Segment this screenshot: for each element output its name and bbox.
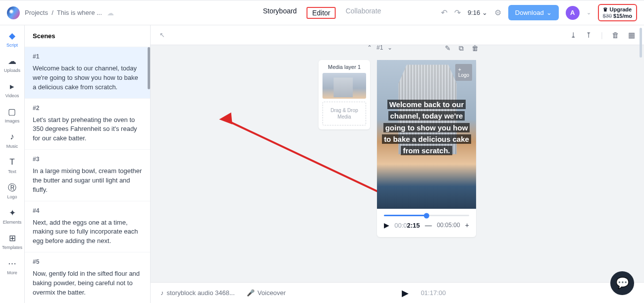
- text-icon: T: [7, 157, 18, 168]
- time-minus-icon[interactable]: —: [425, 221, 432, 229]
- upload-scene-icon[interactable]: ⤒: [586, 31, 592, 40]
- preview-controls: ▶ 00:02:15 — 00:05:00 +: [377, 209, 476, 237]
- rail-uploads[interactable]: ☁Uploads: [4, 56, 20, 73]
- media-layer-title: Media layer 1: [322, 64, 366, 70]
- scene-item-1[interactable]: #1Welcome back to our channel, today we'…: [25, 47, 150, 99]
- elements-icon: ✦: [7, 207, 18, 218]
- video-icon: ▸: [6, 81, 17, 92]
- tab-storyboard[interactable]: Storyboard: [263, 7, 297, 19]
- avatar[interactable]: A: [566, 6, 580, 20]
- rail-script[interactable]: ◆Script: [6, 30, 18, 48]
- diamond-icon: ◆: [6, 30, 17, 41]
- rail-text[interactable]: TText: [7, 157, 18, 174]
- stage-actions: ✎ ⧉ 🗑: [445, 44, 479, 53]
- current-time: 00:02:15: [394, 222, 420, 229]
- view-tabs: Storyboard Editor Collaborate: [263, 7, 381, 19]
- preview-stage: ⌃ #1 ⌄ ✎ ⧉ 🗑 + Logo Welcome back to our …: [377, 60, 476, 237]
- canvas-toolbar: ↖ ⤓ ⤒ | 🗑 ▦: [151, 25, 644, 45]
- scene-item-2[interactable]: #2Let's start by preheating the oven to …: [25, 99, 150, 150]
- cursor-icon[interactable]: ↖: [160, 31, 165, 39]
- templates-icon: ⊞: [7, 233, 18, 243]
- settings-icon[interactable]: ⚙: [494, 8, 501, 17]
- left-rail: ◆Script ☁Uploads ▸Videos ▢Images ♪Music …: [0, 25, 25, 303]
- rail-videos[interactable]: ▸Videos: [5, 81, 19, 98]
- seek-slider[interactable]: [384, 215, 469, 216]
- more-icon: ⋯: [7, 258, 18, 269]
- download-button[interactable]: Download ⌄: [508, 5, 559, 20]
- canvas-area: ↖ ⤓ ⤒ | 🗑 ▦ Media layer 1 Drag & Drop Me…: [151, 25, 644, 303]
- scene-item-4[interactable]: #4Next, add the eggs one at a time, maki…: [25, 201, 150, 253]
- breadcrumb-current[interactable]: This is where ...: [57, 9, 102, 16]
- rail-music[interactable]: ♪Music: [6, 131, 18, 149]
- undo-icon[interactable]: ↶: [441, 8, 447, 17]
- tab-collaborate[interactable]: Collaborate: [346, 7, 381, 19]
- delete-icon[interactable]: 🗑: [612, 31, 619, 40]
- scenes-panel: Scenes #1Welcome back to our channel, to…: [25, 25, 151, 303]
- scene-item-3[interactable]: #3In a large mixing bowl, cream together…: [25, 150, 150, 201]
- voiceover-button[interactable]: 🎤Voiceover: [247, 289, 286, 297]
- duplicate-icon[interactable]: ⧉: [459, 44, 464, 53]
- upgrade-button[interactable]: ♛ Upgrade $30 $15/mo: [598, 4, 637, 21]
- upload-icon: ☁: [7, 56, 18, 66]
- rail-images[interactable]: ▢Images: [5, 106, 20, 123]
- image-icon: ▢: [6, 106, 17, 117]
- scene-item-5[interactable]: #5Now, gently fold in the sifted flour a…: [25, 252, 150, 303]
- rail-templates[interactable]: ⊞Templates: [2, 233, 22, 250]
- music-note-icon: ♪: [161, 289, 164, 297]
- timeline-total: 01:17:00: [421, 289, 446, 297]
- audio-track[interactable]: ♪storyblock audio 3468...: [161, 289, 235, 297]
- top-right: ↶ ↷ 9:16 ⌄ ⚙ Download ⌄ A ⌄ ♛ Upgrade $3…: [441, 4, 637, 21]
- play-icon[interactable]: ▶: [384, 221, 389, 229]
- trash-icon[interactable]: 🗑: [472, 44, 479, 53]
- chat-fab[interactable]: 💬: [610, 271, 634, 295]
- media-drop-zone[interactable]: Drag & Drop Media: [322, 102, 366, 125]
- rail-logo[interactable]: ⓇLogo: [7, 182, 18, 199]
- scene-nav: ⌃ #1 ⌄: [367, 44, 392, 51]
- timeline-play-icon[interactable]: ▶: [402, 288, 409, 299]
- rail-more[interactable]: ⋯More: [7, 258, 18, 275]
- music-icon: ♪: [6, 131, 17, 142]
- bottom-bar: ♪storyblock audio 3468... 🎤Voiceover ▶ 0…: [151, 282, 644, 303]
- overlay-caption[interactable]: Welcome back to our channel, today we're…: [382, 99, 471, 156]
- svg-marker-1: [219, 113, 236, 129]
- media-thumbnail[interactable]: [322, 73, 366, 99]
- time-plus-icon[interactable]: +: [465, 221, 469, 229]
- page-scrollbar[interactable]: [640, 28, 642, 58]
- prev-scene-icon[interactable]: ⌃: [367, 44, 372, 51]
- app-logo[interactable]: [6, 5, 21, 20]
- aspect-ratio[interactable]: 9:16 ⌄: [468, 9, 487, 16]
- cloud-sync-icon[interactable]: ☁: [107, 9, 114, 17]
- next-scene-icon[interactable]: ⌄: [387, 44, 392, 51]
- scenes-list[interactable]: #1Welcome back to our channel, today we'…: [25, 47, 150, 303]
- breadcrumb: Projects / This is where ...: [25, 9, 102, 16]
- scenes-header: Scenes: [25, 25, 150, 47]
- top-bar: Projects / This is where ... ☁ Storyboar…: [0, 0, 644, 25]
- edit-icon[interactable]: ✎: [445, 44, 451, 53]
- mic-icon: 🎤: [247, 289, 255, 297]
- grid-view-icon[interactable]: ▦: [628, 31, 635, 40]
- breadcrumb-root[interactable]: Projects: [25, 9, 48, 16]
- download-scene-icon[interactable]: ⤓: [570, 31, 577, 40]
- redo-icon[interactable]: ↷: [454, 8, 461, 17]
- video-preview[interactable]: + Logo Welcome back to our channel, toda…: [377, 60, 476, 209]
- total-time: 00:05:00: [437, 222, 460, 229]
- scene-number-label: #1: [376, 44, 383, 51]
- tab-editor[interactable]: Editor: [307, 7, 336, 19]
- avatar-menu-chevron-icon[interactable]: ⌄: [587, 9, 591, 16]
- scrollbar[interactable]: [148, 47, 150, 89]
- rail-elements[interactable]: ✦Elements: [3, 207, 22, 225]
- canvas-top-icons: ⤓ ⤒ | 🗑 ▦: [570, 31, 635, 40]
- top-left: Projects / This is where ... ☁: [7, 6, 114, 19]
- logo-icon: Ⓡ: [7, 182, 18, 193]
- logo-placeholder[interactable]: + Logo: [455, 64, 472, 81]
- stage-wrap: Media layer 1 Drag & Drop Media ⌃ #1 ⌄ ✎…: [319, 60, 476, 237]
- main-body: ◆Script ☁Uploads ▸Videos ▢Images ♪Music …: [0, 25, 644, 303]
- media-panel: Media layer 1 Drag & Drop Media: [319, 60, 370, 129]
